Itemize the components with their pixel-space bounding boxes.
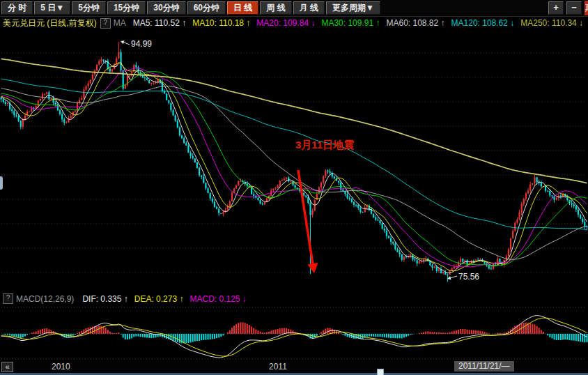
candles-group bbox=[1, 42, 588, 282]
period-button-4[interactable]: 30分钟 bbox=[147, 1, 185, 15]
ma-legend-item-3: MA30: 109.91 ↑ bbox=[321, 18, 380, 28]
time-axis: « 20102011 2011/11/21/— bbox=[0, 361, 588, 372]
price-and-macd-chart[interactable]: 94.9975.563月11日地震 bbox=[0, 0, 588, 375]
period-button-9[interactable]: 更多周期▼ bbox=[326, 1, 380, 15]
macd-legend-item-1: DEA: 0.273 ↑ bbox=[134, 294, 184, 304]
dea-line bbox=[1, 318, 587, 356]
macd-legend-item-0: DIF: 0.335 ↑ bbox=[82, 294, 127, 304]
ma60-line bbox=[1, 86, 587, 260]
gridlines bbox=[1, 53, 587, 359]
period-buttons: 分 时5 日▼5分钟15分钟30分钟60分钟日 线周 线月 线更多周期▼ bbox=[0, 1, 380, 15]
annotations-group: 94.9975.563月11日地震 bbox=[121, 39, 479, 282]
current-date-chip[interactable]: 2011/11/21/— bbox=[454, 361, 514, 372]
zoom-out-button[interactable]: − bbox=[566, 1, 582, 15]
svg-text:3月11日地震: 3月11日地震 bbox=[295, 139, 354, 151]
period-button-7[interactable]: 周 线 bbox=[260, 1, 291, 15]
ma-legend-item-2: MA20: 109.84 ↓ bbox=[256, 18, 315, 28]
period-button-5[interactable]: 60分钟 bbox=[187, 1, 226, 15]
ma-values: MA5: 110.52 ↑MA10: 110.18 ↑MA20: 109.84 … bbox=[133, 18, 588, 28]
macd-legend-row: ? MACD(12,26,9) DIF: 0.335 ↑DEA: 0.273 ↑… bbox=[3, 293, 253, 304]
ma-legend-item-0: MA5: 110.52 ↑ bbox=[133, 18, 187, 28]
ma-legend-item-6: MA250: 110.34 ↓ bbox=[520, 18, 583, 28]
left-panel-collapse-handle[interactable] bbox=[0, 176, 3, 190]
ma5-line bbox=[1, 61, 587, 273]
year-label-2011: 2011 bbox=[269, 362, 287, 372]
ma-legend-row: 美元兑日元 (日线,前复权) ? MA MA5: 110.52 ↑MA10: 1… bbox=[3, 17, 588, 29]
svg-text:94.99: 94.99 bbox=[131, 39, 152, 49]
year-label-2010: 2010 bbox=[52, 362, 70, 372]
clipped-right-button[interactable]: 真 bbox=[585, 1, 588, 15]
ma-legend-item-1: MA10: 110.18 ↑ bbox=[192, 18, 250, 28]
macd-values: DIF: 0.335 ↑DEA: 0.273 ↑MACD: 0.125 ↓ bbox=[82, 294, 252, 304]
ma20-line bbox=[1, 68, 587, 267]
ma-legend-item-4: MA60: 108.82 ↑ bbox=[386, 18, 444, 28]
period-toolbar: 分 时5 日▼5分钟15分钟30分钟60分钟日 线周 线月 线更多周期▼ + −… bbox=[0, 0, 588, 17]
forex-charting-app: 94.9975.563月11日地震 分 时5 日▼5分钟15分钟30分钟60分钟… bbox=[0, 0, 588, 375]
period-button-8[interactable]: 月 线 bbox=[293, 1, 325, 15]
scrollbar-thumb[interactable] bbox=[377, 369, 384, 375]
help-icon[interactable]: ? bbox=[100, 18, 111, 29]
svg-text:75.56: 75.56 bbox=[458, 272, 479, 282]
ma10-line bbox=[1, 63, 587, 271]
period-button-2[interactable]: 5分钟 bbox=[72, 1, 106, 15]
macd-lines-group bbox=[1, 316, 587, 358]
instrument-title: 美元兑日元 (日线,前复权) bbox=[3, 17, 97, 29]
toolbar-right-controls: + − 真 bbox=[546, 1, 588, 15]
scroll-left-button[interactable]: « bbox=[1, 362, 13, 372]
period-button-0[interactable]: 分 时 bbox=[1, 1, 33, 15]
dif-line bbox=[1, 316, 587, 358]
ma-indicator-label[interactable]: MA bbox=[114, 18, 126, 28]
macd-help-icon[interactable]: ? bbox=[3, 293, 13, 304]
zoom-in-button[interactable]: + bbox=[548, 1, 564, 15]
ma-legend-item-5: MA120: 108.62 ↓ bbox=[451, 18, 515, 28]
period-button-6[interactable]: 日 线 bbox=[227, 1, 258, 15]
macd-indicator-label[interactable]: MACD(12,26,9) bbox=[16, 294, 74, 304]
period-button-1[interactable]: 5 日▼ bbox=[34, 1, 70, 15]
macd-legend-item-2: MACD: 0.125 ↓ bbox=[189, 294, 246, 304]
ma-lines-group bbox=[1, 59, 587, 273]
period-button-3[interactable]: 15分钟 bbox=[107, 1, 146, 15]
